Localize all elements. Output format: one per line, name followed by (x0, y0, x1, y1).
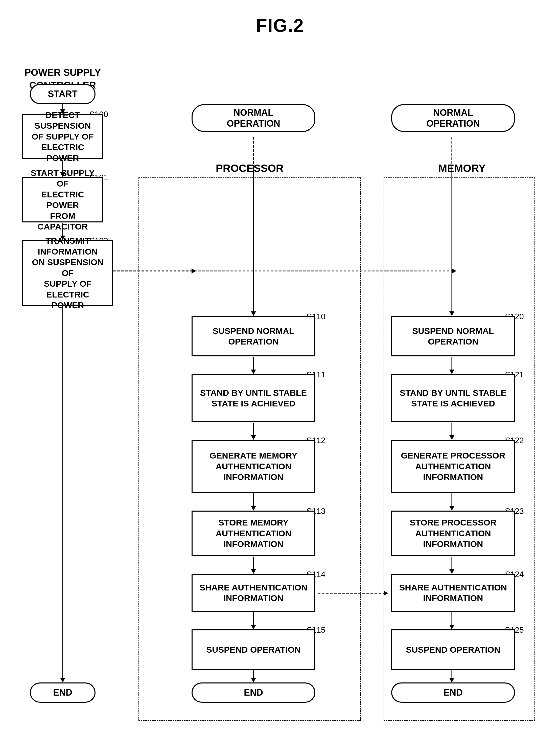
s120-rect: SUSPEND NORMAL OPERATION (391, 316, 515, 356)
svg-marker-7 (60, 678, 65, 682)
s123-rect: STORE PROCESSOR AUTHENTICATION INFORMATI… (391, 511, 515, 556)
mem-end-pill: END (391, 682, 515, 703)
page-title: FIG.2 (0, 0, 560, 51)
s111-rect: STAND BY UNTIL STABLE STATE IS ACHIEVED (192, 374, 315, 422)
s102-rect: TRANSMIT INFORMATION ON SUSPENSION OF SU… (22, 240, 113, 306)
memory-col-header: MEMORY (417, 162, 507, 174)
s110-rect: SUSPEND NORMAL OPERATION (192, 316, 315, 356)
s100-rect: DETECT SUSPENSION OF SUPPLY OF ELECTRIC … (22, 114, 103, 159)
s112-rect: GENERATE MEMORY AUTHENTICATION INFORMATI… (192, 440, 315, 493)
s114-rect: SHARE AUTHENTICATION INFORMATION (192, 574, 315, 612)
s101-rect: START SUPPLY OF ELECTRIC POWER FROM CAPA… (22, 177, 103, 222)
s113-rect: STORE MEMORY AUTHENTICATION INFORMATION (192, 511, 315, 556)
start-pill: START (30, 84, 96, 104)
proc-normal-pill: NORMAL OPERATION (192, 104, 315, 132)
proc-end-pill: END (192, 682, 315, 703)
left-end-pill: END (30, 682, 96, 703)
mem-normal-pill: NORMAL OPERATION (391, 104, 515, 132)
s122-rect: GENERATE PROCESSOR AUTHENTICATION INFORM… (391, 440, 515, 493)
s115-rect: SUSPEND OPERATION (192, 629, 315, 670)
processor-col-header: PROCESSOR (189, 162, 310, 174)
s125-rect: SUSPEND OPERATION (391, 629, 515, 670)
s121-rect: STAND BY UNTIL STABLE STATE IS ACHIEVED (391, 374, 515, 422)
s124-rect: SHARE AUTHENTICATION INFORMATION (391, 574, 515, 612)
